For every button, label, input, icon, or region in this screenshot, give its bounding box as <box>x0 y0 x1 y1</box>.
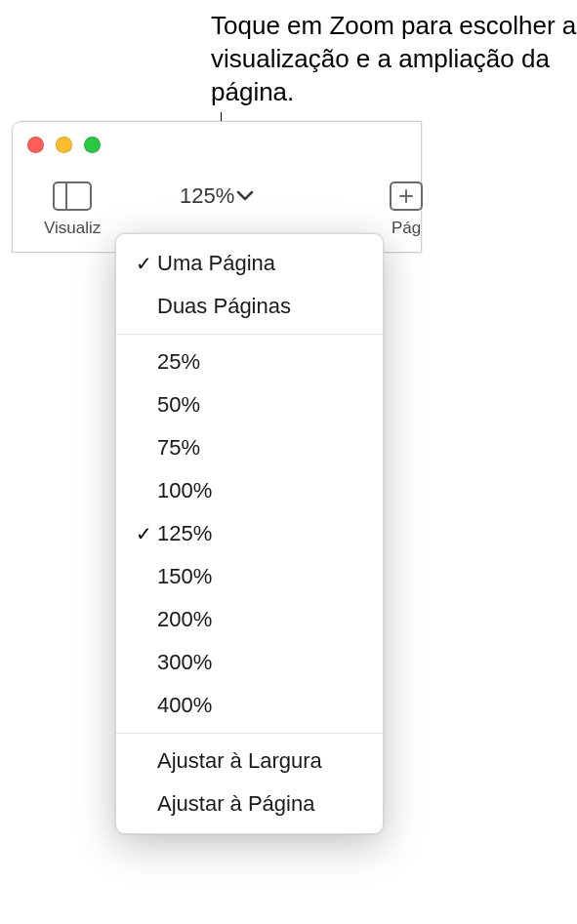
menu-item-zoom-50[interactable]: 50% <box>116 383 383 426</box>
window-controls <box>27 137 101 153</box>
menu-item-zoom-125[interactable]: ✓ 125% <box>116 512 383 555</box>
checkmark-icon: ✓ <box>130 252 157 275</box>
menu-item-zoom-100[interactable]: 100% <box>116 469 383 512</box>
menu-item-label: 150% <box>157 564 212 589</box>
menu-item-label: 50% <box>157 392 200 418</box>
callout-text: Toque em Zoom para escolher a visualizaç… <box>211 10 577 108</box>
menu-item-label: 400% <box>157 693 212 718</box>
checkmark-icon: ✓ <box>130 522 157 545</box>
menu-item-label: 300% <box>157 650 212 675</box>
minimize-button[interactable] <box>56 137 72 153</box>
menu-item-two-pages[interactable]: Duas Páginas <box>116 285 383 328</box>
maximize-button[interactable] <box>84 137 101 153</box>
menu-item-zoom-400[interactable]: 400% <box>116 684 383 727</box>
add-page-icon <box>382 178 431 215</box>
menu-item-label: 125% <box>157 521 212 546</box>
menu-item-zoom-25[interactable]: 25% <box>116 341 383 383</box>
menu-item-label: Ajustar à Largura <box>157 748 322 774</box>
menu-item-label: 100% <box>157 478 212 503</box>
zoom-button[interactable]: 125% <box>174 178 260 215</box>
menu-item-fit-page[interactable]: Ajustar à Página <box>116 783 383 825</box>
menu-item-fit-width[interactable]: Ajustar à Largura <box>116 740 383 783</box>
menu-item-one-page[interactable]: ✓ Uma Página <box>116 242 383 285</box>
menu-separator <box>116 334 383 335</box>
menu-item-zoom-300[interactable]: 300% <box>116 641 383 684</box>
chevron-down-icon <box>236 187 254 205</box>
menu-item-label: Ajustar à Página <box>157 791 314 817</box>
zoom-value: 125% <box>180 183 234 209</box>
view-toolbar-item[interactable]: Visualiz <box>44 178 101 238</box>
menu-item-zoom-150[interactable]: 150% <box>116 555 383 598</box>
page-label: Pág <box>392 219 421 238</box>
close-button[interactable] <box>27 137 44 153</box>
menu-item-zoom-75[interactable]: 75% <box>116 426 383 469</box>
menu-item-label: 25% <box>157 349 200 375</box>
view-label: Visualiz <box>44 219 101 238</box>
add-page-toolbar-item[interactable]: Pág <box>382 178 431 238</box>
menu-item-label: Uma Página <box>157 251 275 276</box>
menu-item-label: Duas Páginas <box>157 294 291 319</box>
svg-rect-0 <box>54 182 91 210</box>
zoom-toolbar-item[interactable]: 125% <box>174 178 260 215</box>
menu-separator <box>116 733 383 734</box>
menu-item-label: 200% <box>157 607 212 632</box>
menu-item-zoom-200[interactable]: 200% <box>116 598 383 641</box>
sidebar-icon <box>48 178 97 215</box>
zoom-menu: ✓ Uma Página Duas Páginas 25% 50% 75% 10… <box>115 233 384 834</box>
menu-item-label: 75% <box>157 435 200 461</box>
